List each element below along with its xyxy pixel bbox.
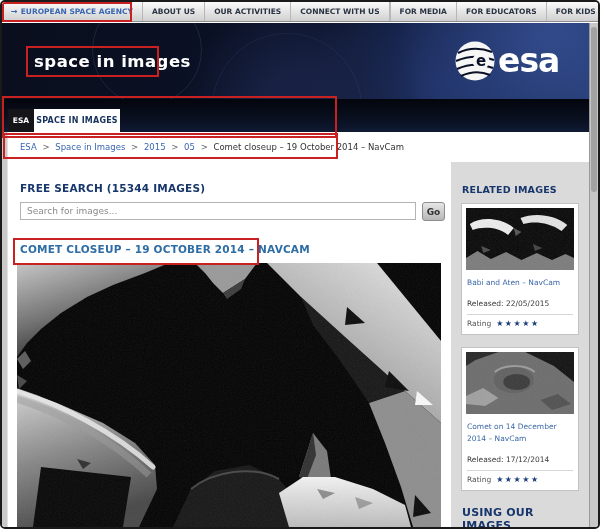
nav-item-our-activities[interactable]: OUR ACTIVITIES [205, 2, 291, 21]
nav-item-label: EUROPEAN SPACE AGENCY [21, 7, 133, 16]
breadcrumb-separator: > [201, 142, 208, 152]
decorative-ring [212, 33, 362, 99]
site-title[interactable]: space in images [34, 52, 191, 71]
breadcrumb-link-05[interactable]: 05 [184, 142, 195, 152]
star-rating[interactable]: ★★★★★ [496, 475, 539, 484]
breadcrumb: ESA > Space in Images > 2015 > 05 > Come… [20, 142, 404, 152]
main-image[interactable] [17, 263, 441, 527]
breadcrumb-separator: > [131, 142, 138, 152]
nav-item-for-educators[interactable]: FOR EDUCATORS [456, 2, 546, 21]
search-go-button[interactable]: Go [422, 202, 445, 221]
related-image-link[interactable]: Comet on 14 December 2014 – NavCam [467, 421, 573, 444]
star-rating[interactable]: ★★★★★ [496, 319, 539, 328]
related-image-card: Babi and Aten – NavCam Released: 22/05/2… [461, 203, 579, 335]
tab-space-in-images[interactable]: SPACE IN IMAGES [34, 109, 120, 132]
nav-item-label: FOR EDUCATORS [466, 7, 537, 16]
breadcrumb-link-2015[interactable]: 2015 [144, 142, 166, 152]
breadcrumb-current: Comet closeup – 19 October 2014 – NavCam [213, 142, 404, 152]
nav-item-for-kids[interactable]: FOR KIDS [546, 2, 600, 21]
nav-item-label: ABOUT US [152, 7, 195, 16]
page-title: COMET CLOSEUP – 19 OCTOBER 2014 – NAVCAM [20, 243, 310, 255]
released-date: Released: 22/05/2015 [467, 299, 573, 315]
nav-item-for-media[interactable]: FOR MEDIA [390, 2, 456, 21]
rating-label: Rating [467, 319, 491, 328]
breadcrumb-link-esa[interactable]: ESA [20, 142, 37, 152]
related-thumbnail-babi-and-aten[interactable] [466, 208, 574, 270]
rating-row: Rating ★★★★★ [467, 319, 573, 328]
related-image-link[interactable]: Babi and Aten – NavCam [467, 277, 573, 288]
arrow-icon: → [11, 7, 18, 16]
svg-text:e: e [476, 52, 486, 70]
nav-item-connect-with-us[interactable]: CONNECT WITH US [291, 2, 389, 21]
left-gutter [2, 132, 8, 527]
scrollbar-thumb[interactable] [591, 27, 597, 192]
site-header-banner: space in images e esa [2, 23, 589, 99]
related-images-heading: RELATED IMAGES [462, 184, 579, 195]
tab-bar: ESA SPACE IN IMAGES [2, 99, 589, 132]
rating-row: Rating ★★★★★ [467, 475, 573, 484]
nav-item-label: FOR KIDS [556, 7, 596, 16]
rating-label: Rating [467, 475, 491, 484]
released-date: Released: 17/12/2014 [467, 455, 573, 471]
breadcrumb-separator: > [171, 142, 178, 152]
top-navigation-bar: → EUROPEAN SPACE AGENCY ABOUT US OUR ACT… [2, 2, 598, 22]
nav-item-label: FOR MEDIA [400, 7, 447, 16]
free-search-heading: FREE SEARCH (15344 IMAGES) [20, 182, 205, 194]
scrollbar-track[interactable] [589, 23, 598, 527]
comet-image [17, 263, 441, 527]
using-our-images-heading: USING OUR IMAGES [462, 506, 579, 527]
related-thumbnail-comet-14-december[interactable] [466, 352, 574, 414]
breadcrumb-link-space-in-images[interactable]: Space in Images [55, 142, 125, 152]
nav-item-about-us[interactable]: ABOUT US [143, 2, 205, 21]
esa-globe-icon: e [454, 40, 496, 82]
esa-wordmark: esa [498, 41, 559, 81]
nav-item-label: OUR ACTIVITIES [214, 7, 281, 16]
tab-esa[interactable]: ESA [8, 109, 34, 132]
right-sidebar: RELATED IMAGES Babi and Ate [451, 162, 589, 527]
browser-window: → EUROPEAN SPACE AGENCY ABOUT US OUR ACT… [0, 0, 600, 529]
breadcrumb-separator: > [42, 142, 49, 152]
nav-item-european-space-agency[interactable]: → EUROPEAN SPACE AGENCY [2, 2, 143, 21]
nav-item-label: CONNECT WITH US [300, 7, 379, 16]
search-input[interactable] [20, 202, 416, 220]
related-image-card: Comet on 14 December 2014 – NavCam Relea… [461, 347, 579, 491]
esa-logo[interactable]: e esa [454, 40, 559, 82]
